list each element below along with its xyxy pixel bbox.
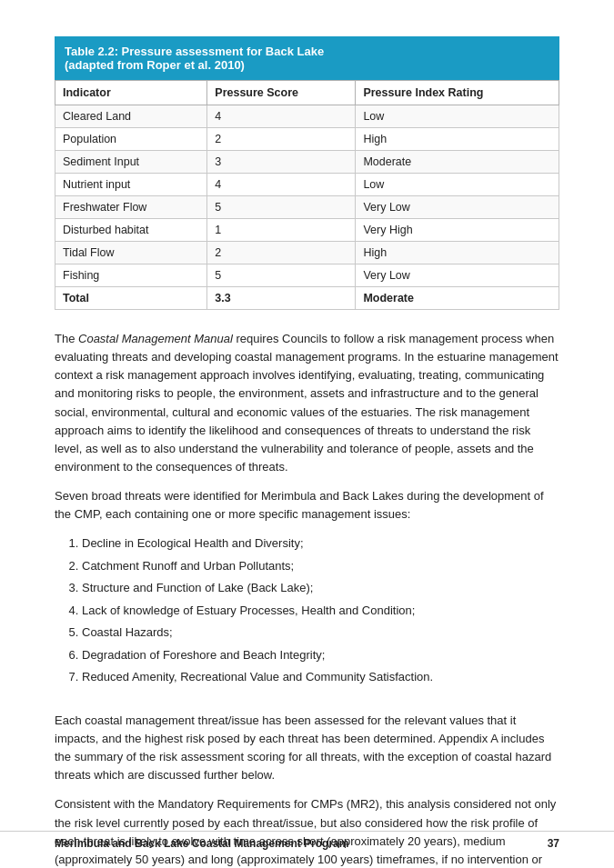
table-title: Table 2.2: Pressure assessment for Back … (55, 36, 559, 80)
table-cell: Low (356, 174, 559, 196)
list-item: Decline in Ecological Health and Diversi… (82, 534, 559, 553)
table-row: Disturbed habitat1Very High (55, 219, 559, 242)
table-cell: 2 (207, 242, 356, 264)
table-cell: Very Low (356, 264, 559, 287)
table-cell: Very Low (356, 196, 559, 219)
table-total-cell: 3.3 (207, 287, 356, 310)
table-cell: Disturbed habitat (55, 219, 207, 242)
footer-right: 37 (548, 837, 559, 850)
table-cell: 5 (207, 264, 356, 287)
table-cell: Tidal Flow (55, 242, 207, 264)
table-row: Cleared Land4Low (55, 105, 559, 128)
table-cell: 1 (207, 219, 356, 242)
table-cell: Nutrient input (55, 174, 207, 196)
table-cell: Sediment Input (55, 151, 207, 174)
body-paragraph-3: Each coastal management threat/issue has… (55, 712, 559, 785)
table-total-cell: Total (55, 287, 207, 310)
table-cell: Freshwater Flow (55, 196, 207, 219)
table-cell: High (356, 242, 559, 264)
table-cell: Low (356, 105, 559, 128)
col-header-indicator: Indicator (55, 81, 207, 105)
table-cell: Fishing (55, 264, 207, 287)
list-item: Coastal Hazards; (82, 624, 559, 642)
table-cell: High (356, 128, 559, 151)
pressure-table: Indicator Pressure Score Pressure Index … (55, 80, 559, 310)
pressure-table-container: Table 2.2: Pressure assessment for Back … (55, 36, 559, 310)
page-footer: Merimbula and Back Lake Coastal Manageme… (0, 831, 614, 850)
table-cell: 2 (207, 128, 356, 151)
table-row: Freshwater Flow5Very Low (55, 196, 559, 219)
table-cell: 3 (207, 151, 356, 174)
list-item: Structure and Function of Lake (Back Lak… (82, 579, 559, 597)
italic-manual: Coastal Management Manual (78, 332, 233, 345)
col-header-pressure-index: Pressure Index Rating (356, 81, 559, 105)
body-paragraph-1: The Coastal Management Manual requires C… (55, 330, 559, 476)
list-item: Degradation of Foreshore and Beach Integ… (82, 646, 559, 664)
table-cell: Very High (356, 219, 559, 242)
table-total-cell: Moderate (356, 287, 559, 310)
table-cell: Moderate (356, 151, 559, 174)
list-item: Reduced Amenity, Recreational Value and … (82, 668, 559, 686)
body-paragraph-2: Seven broad threats were identified for … (55, 487, 559, 524)
table-cell: 4 (207, 174, 356, 196)
table-cell: 4 (207, 105, 356, 128)
threat-list: Decline in Ecological Health and Diversi… (82, 534, 559, 686)
table-total-row: Total3.3Moderate (55, 287, 559, 310)
table-row: Population2High (55, 128, 559, 151)
table-cell: 5 (207, 196, 356, 219)
table-row: Fishing5Very Low (55, 264, 559, 287)
footer-left: Merimbula and Back Lake Coastal Manageme… (55, 837, 348, 850)
table-cell: Population (55, 128, 207, 151)
table-row: Nutrient input4Low (55, 174, 559, 196)
table-row: Sediment Input3Moderate (55, 151, 559, 174)
table-cell: Cleared Land (55, 105, 207, 128)
list-item: Catchment Runoff and Urban Pollutants; (82, 557, 559, 575)
list-item: Lack of knowledge of Estuary Processes, … (82, 602, 559, 620)
col-header-pressure-score: Pressure Score (207, 81, 356, 105)
table-row: Tidal Flow2High (55, 242, 559, 264)
